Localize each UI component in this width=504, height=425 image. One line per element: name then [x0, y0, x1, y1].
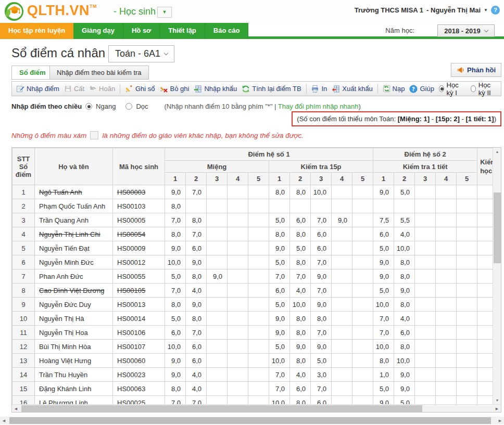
score-cell-kt15-4[interactable]: [332, 284, 352, 298]
score-cell-kt15-1[interactable]: 7,0: [269, 269, 290, 284]
score-cell-kt1t-3[interactable]: [415, 354, 436, 368]
score-cell-kt15-3[interactable]: 6,0: [311, 396, 332, 405]
score-cell-kt1t-3[interactable]: [415, 185, 436, 199]
score-cell-kt1t-1[interactable]: 6,0: [373, 227, 394, 241]
score-cell-kt15-3[interactable]: 9,0: [311, 340, 332, 354]
score-cell-mieng-2[interactable]: 4,0: [186, 284, 207, 298]
score-cell-kt1t-2[interactable]: 5,0: [394, 185, 415, 199]
score-cell-mieng-3[interactable]: [207, 227, 228, 241]
score-cell-mieng-1[interactable]: 7,0: [165, 284, 186, 298]
score-cell-kt1t-1[interactable]: 7,0: [373, 312, 394, 326]
score-cell-kt15-1[interactable]: 9,0: [269, 241, 290, 255]
score-cell-kt15-4[interactable]: [332, 382, 352, 396]
score-cell-mieng-2[interactable]: 8,0: [186, 312, 207, 326]
score-cell-kt1t-4[interactable]: [436, 368, 457, 382]
print-button[interactable]: In: [311, 85, 327, 93]
score-cell-kt1t-5[interactable]: [457, 213, 477, 227]
score-cell-kt15-1[interactable]: 9,0: [269, 312, 290, 326]
score-cell-kt1t-3[interactable]: [415, 326, 436, 340]
score-cell-mieng-5[interactable]: [248, 396, 269, 405]
score-cell-kt15-3[interactable]: [311, 199, 332, 213]
score-cell-mieng-1[interactable]: 5,0: [165, 312, 186, 326]
score-cell-kt15-2[interactable]: 8,0: [290, 312, 311, 326]
score-cell-kt15-4[interactable]: [332, 241, 352, 255]
score-cell-kt1t-1[interactable]: 5,0: [373, 382, 394, 396]
score-cell-kt1t-2[interactable]: 9,0: [394, 382, 415, 396]
score-cell-mieng-1[interactable]: 5,0: [165, 269, 186, 284]
score-cell-kt1t-2[interactable]: 5,5: [394, 213, 415, 227]
score-cell-mieng-4[interactable]: [228, 255, 248, 269]
score-cell-semester-exam[interactable]: [477, 312, 493, 326]
score-cell-kt1t-4[interactable]: [436, 396, 457, 405]
score-cell-mieng-2[interactable]: 9,0: [186, 298, 207, 312]
score-cell-mieng-2[interactable]: 7,0: [186, 326, 207, 340]
score-cell-kt1t-3[interactable]: [415, 312, 436, 326]
score-cell-semester-exam[interactable]: [477, 255, 493, 269]
score-cell-mieng-3[interactable]: [207, 298, 228, 312]
score-cell-kt1t-2[interactable]: 4,0: [394, 312, 415, 326]
score-cell-mieng-2[interactable]: 9,0: [186, 255, 207, 269]
score-cell-kt1t-1[interactable]: 5,0: [373, 284, 394, 298]
score-cell-semester-exam[interactable]: [477, 269, 493, 284]
undo-button[interactable]: Hoãn: [89, 85, 115, 93]
score-cell-mieng-3[interactable]: [207, 326, 228, 340]
score-cell-kt1t-2[interactable]: 5,0: [394, 396, 415, 405]
score-cell-mieng-4[interactable]: [228, 269, 248, 284]
score-cell-kt15-2[interactable]: 4,0: [290, 284, 311, 298]
score-cell-kt1t-2[interactable]: 8,0: [394, 340, 415, 354]
score-cell-kt15-3[interactable]: 7,0: [311, 255, 332, 269]
score-cell-kt15-1[interactable]: [269, 199, 290, 213]
nav-tab-hoc-tap-ren-luyen[interactable]: Học tập rèn luyện: [0, 23, 73, 39]
score-cell-mieng-1[interactable]: 9,0: [165, 185, 186, 199]
score-cell-mieng-3[interactable]: [207, 199, 228, 213]
score-cell-kt1t-2[interactable]: 10,0: [394, 241, 415, 255]
score-cell-mieng-3[interactable]: [207, 255, 228, 269]
score-cell-kt1t-3[interactable]: [415, 368, 436, 382]
score-cell-kt1t-5[interactable]: [457, 185, 477, 199]
score-cell-kt15-4[interactable]: 9,0: [332, 213, 352, 227]
score-cell-kt1t-5[interactable]: [457, 284, 477, 298]
score-cell-semester-exam[interactable]: [477, 199, 493, 213]
score-cell-kt1t-2[interactable]: 8,0: [394, 269, 415, 284]
score-cell-kt15-2[interactable]: 9,0: [290, 340, 311, 354]
page-horizontal-scrollbar[interactable]: ◀ ▶: [0, 417, 504, 424]
score-cell-kt15-3[interactable]: 7,0: [311, 213, 332, 227]
score-cell-mieng-4[interactable]: [228, 326, 248, 340]
score-cell-mieng-2[interactable]: 7,0: [186, 396, 207, 405]
score-cell-kt1t-5[interactable]: [457, 354, 477, 368]
score-cell-kt15-3[interactable]: 8,0: [311, 312, 332, 326]
score-cell-mieng-4[interactable]: [228, 368, 248, 382]
score-cell-kt15-2[interactable]: 8,0: [290, 255, 311, 269]
score-cell-kt1t-2[interactable]: 10,0: [394, 354, 415, 368]
score-cell-kt15-3[interactable]: 7,0: [311, 326, 332, 340]
score-cell-mieng-3[interactable]: [207, 340, 228, 354]
score-cell-mieng-3[interactable]: 9,0: [207, 269, 228, 284]
score-cell-kt15-2[interactable]: 4,0: [290, 368, 311, 382]
score-cell-mieng-5[interactable]: [248, 326, 269, 340]
score-cell-mieng-2[interactable]: 6,0: [186, 354, 207, 368]
score-cell-mieng-3[interactable]: [207, 213, 228, 227]
score-cell-mieng-5[interactable]: [248, 269, 269, 284]
score-cell-kt15-3[interactable]: 6,0: [311, 227, 332, 241]
score-cell-kt1t-2[interactable]: 8,0: [394, 255, 415, 269]
score-cell-kt15-2[interactable]: 8,0: [290, 185, 311, 199]
score-cell-kt15-3[interactable]: 9,0: [311, 298, 332, 312]
score-cell-kt15-4[interactable]: [332, 354, 352, 368]
record-book-button[interactable]: Ghi sổ: [125, 85, 155, 93]
score-cell-kt15-5[interactable]: [352, 213, 373, 227]
score-cell-kt15-5[interactable]: [352, 312, 373, 326]
score-cell-kt15-5[interactable]: [352, 255, 373, 269]
score-cell-kt1t-2[interactable]: 8,0: [394, 298, 415, 312]
score-cell-kt15-3[interactable]: 5,0: [311, 354, 332, 368]
score-cell-kt15-4[interactable]: [332, 298, 352, 312]
score-cell-mieng-5[interactable]: [248, 312, 269, 326]
score-cell-kt1t-1[interactable]: 9,0: [373, 396, 394, 405]
scroll-left-arrow-icon[interactable]: ◀: [12, 405, 20, 413]
score-cell-mieng-5[interactable]: [248, 368, 269, 382]
score-cell-mieng-4[interactable]: [228, 185, 248, 199]
score-cell-kt15-3[interactable]: 6,0: [311, 241, 332, 255]
scroll-left-arrow-icon[interactable]: ◀: [0, 417, 8, 424]
score-cell-mieng-1[interactable]: 7,0: [165, 396, 186, 405]
score-cell-kt15-5[interactable]: [352, 284, 373, 298]
score-cell-kt1t-1[interactable]: 7,5: [373, 213, 394, 227]
